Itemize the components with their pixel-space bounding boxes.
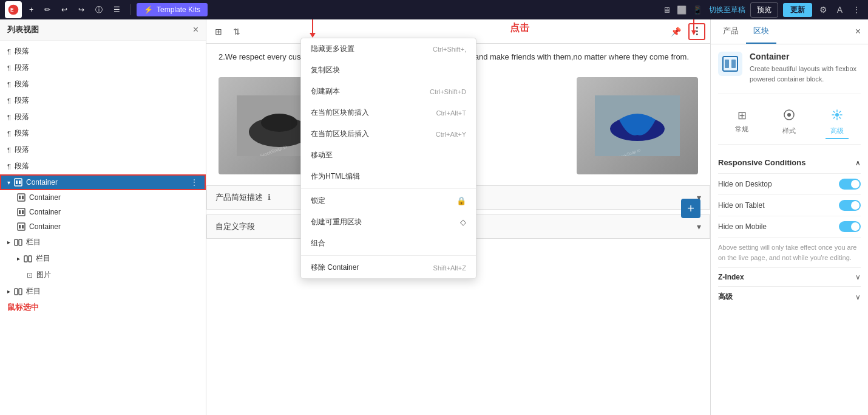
template-kits-button[interactable]: ⚡ Template Kits — [137, 3, 208, 16]
svg-rect-28 — [725, 60, 729, 68]
tree-item-paragraph-1[interactable]: 段落 — [0, 43, 206, 60]
widget-title: Container — [750, 52, 861, 61]
advanced-section-header[interactable]: 高级 ∨ — [718, 286, 861, 307]
add-block-button[interactable]: + — [681, 199, 700, 218]
hide-mobile-toggle[interactable] — [839, 221, 861, 232]
canvas-widget-button[interactable]: ⊞ — [211, 24, 226, 39]
canvas-arrows-button[interactable]: ⇅ — [229, 24, 244, 39]
info-circle-icon[interactable]: ℹ — [268, 193, 271, 202]
menu-item-edit-html[interactable]: 作为HTML编辑 — [301, 166, 476, 187]
right-panel-close-button[interactable]: × — [853, 24, 863, 39]
elementor-logo: E — [5, 1, 22, 18]
widget-header: Container Create beautiful layouts with … — [718, 52, 861, 94]
svg-point-31 — [787, 113, 791, 117]
sub-tab-advanced[interactable]: 高级 — [826, 106, 849, 139]
tree-item-image-1[interactable]: 图片 — [0, 267, 206, 283]
desktop-icon[interactable]: 🖥 — [661, 4, 673, 16]
settings-button[interactable]: ⚙ — [817, 2, 830, 17]
tree-item-container-child-2[interactable]: Container — [0, 205, 206, 219]
add-element-button[interactable]: + — [25, 3, 37, 16]
svg-rect-11 — [18, 223, 25, 230]
svg-text:E: E — [10, 7, 14, 13]
widget-desc: Create beautiful layouts with flexbox po… — [750, 64, 861, 84]
redo-button[interactable]: ↪ — [75, 3, 88, 16]
tree-item-container-child-3[interactable]: Container — [0, 219, 206, 234]
grid-button[interactable]: ☰ — [110, 3, 124, 16]
remove-label: 移除 Container — [311, 262, 359, 273]
svg-rect-9 — [19, 210, 21, 214]
canvas-pin-button[interactable]: 📌 — [667, 24, 685, 39]
svg-rect-7 — [22, 196, 24, 199]
custom-fields-chevron[interactable]: ▾ — [697, 222, 701, 232]
z-index-chevron: ∨ — [855, 273, 861, 281]
menu-item-insert-before[interactable]: 在当前区块前插入 Ctrl+Alt+T — [301, 102, 476, 123]
menu-separator-1 — [301, 188, 476, 189]
undo-button[interactable]: ↩ — [58, 3, 71, 16]
preview-button[interactable]: 预览 — [750, 2, 778, 18]
tree-item-paragraph-8[interactable]: 段落 — [0, 158, 206, 174]
tree-item-columns-3[interactable]: ▸ 栏目 — [0, 283, 206, 300]
svg-rect-3 — [16, 180, 18, 184]
tree-item-paragraph-4[interactable]: 段落 — [0, 92, 206, 109]
menu-item-move-to[interactable]: 移动至 — [301, 145, 476, 166]
z-index-label: Z-Index — [718, 273, 744, 281]
normal-label: 常规 — [735, 125, 748, 134]
tree-item-paragraph-5[interactable]: 段落 — [0, 109, 206, 125]
svg-rect-17 — [29, 256, 32, 262]
a-button[interactable]: A — [835, 2, 845, 17]
annot-mouse-select-label: 鼠标选中 — [7, 303, 39, 312]
more-options-button[interactable]: ⋮ — [850, 2, 863, 17]
container-icon-child-2 — [17, 208, 25, 216]
tree-item-container-child-1[interactable]: Container — [0, 190, 206, 205]
tablet-icon[interactable]: ⬜ — [675, 4, 688, 16]
menu-item-insert-after[interactable]: 在当前区块后插入 Ctrl+Alt+Y — [301, 123, 476, 145]
expand-arrow-3[interactable]: ▸ — [7, 288, 10, 295]
context-menu-overlay: 隐藏更多设置 Ctrl+Shift+, 复制区块 创建副本 Ctrl+Shift… — [300, 38, 476, 279]
hide-tablet-toggle[interactable] — [839, 200, 861, 211]
resp-conditions-chevron[interactable]: ∧ — [855, 159, 861, 167]
hide-tablet-label: Hide on Tablet — [718, 201, 765, 210]
sub-tab-normal[interactable]: ⊞ 常规 — [730, 106, 753, 139]
reusable-icon: ◇ — [460, 218, 466, 227]
container-more-button[interactable]: ⋮ — [188, 177, 201, 187]
responsive-conditions-title: Responsive Conditions — [718, 158, 805, 167]
group-label: 组合 — [311, 238, 325, 249]
insert-before-shortcut: Ctrl+Alt+T — [436, 109, 466, 117]
menu-item-reusable[interactable]: 创建可重用区块 ◇ — [301, 211, 476, 233]
z-index-section-header[interactable]: Z-Index ∨ — [718, 267, 861, 286]
edit-button[interactable]: ✏ — [41, 3, 54, 16]
svg-rect-16 — [24, 256, 27, 262]
expand-arrow-1[interactable]: ▸ — [7, 239, 10, 245]
hide-desktop-toggle[interactable] — [839, 179, 861, 190]
expand-arrow-2[interactable]: ▸ — [17, 255, 20, 262]
svg-rect-8 — [18, 208, 25, 216]
svg-rect-14 — [15, 239, 18, 245]
tab-product[interactable]: 产品 — [716, 19, 746, 44]
menu-item-hide-settings[interactable]: 隐藏更多设置 Ctrl+Shift+, — [301, 38, 476, 60]
tree-item-paragraph-6[interactable]: 段落 — [0, 125, 206, 142]
annot-click-label-area: 点击 — [510, 22, 529, 35]
tree-item-paragraph-7[interactable]: 段落 — [0, 142, 206, 158]
paragraph-icon-3 — [7, 81, 11, 88]
insert-after-label: 在当前区块后插入 — [311, 129, 369, 139]
collapse-arrow-main[interactable]: ▾ — [7, 179, 10, 186]
info-button[interactable]: ⓘ — [92, 2, 106, 18]
switch-to-draft-button[interactable]: 切换至草稿 — [709, 5, 745, 15]
menu-item-group[interactable]: 组合 — [301, 233, 476, 254]
insert-after-shortcut: Ctrl+Alt+Y — [436, 131, 466, 138]
update-button[interactable]: 更新 — [783, 3, 812, 17]
menu-item-remove[interactable]: 移除 Container Shift+Alt+Z 删除容器 — [301, 257, 476, 278]
menu-item-lock[interactable]: 锁定 🔒 — [301, 190, 476, 211]
svg-rect-4 — [19, 180, 21, 184]
tree-item-columns-2[interactable]: ▸ 栏目 — [0, 250, 206, 267]
tree-item-container-main[interactable]: ▾ Container ⋮ — [0, 174, 206, 190]
tab-block[interactable]: 区块 — [746, 19, 776, 44]
mobile-icon[interactable]: 📱 — [691, 4, 704, 16]
tree-item-paragraph-2[interactable]: 段落 — [0, 60, 206, 76]
sub-tab-style[interactable]: 样式 — [778, 106, 801, 139]
tree-item-paragraph-3[interactable]: 段落 — [0, 76, 206, 92]
tree-item-columns-1[interactable]: ▸ 栏目 — [0, 234, 206, 250]
menu-item-duplicate[interactable]: 创建副本 Ctrl+Shift+D 复制容器 — [301, 81, 476, 102]
panel-close-button[interactable]: × — [193, 24, 198, 35]
menu-item-copy-block[interactable]: 复制区块 — [301, 60, 476, 81]
